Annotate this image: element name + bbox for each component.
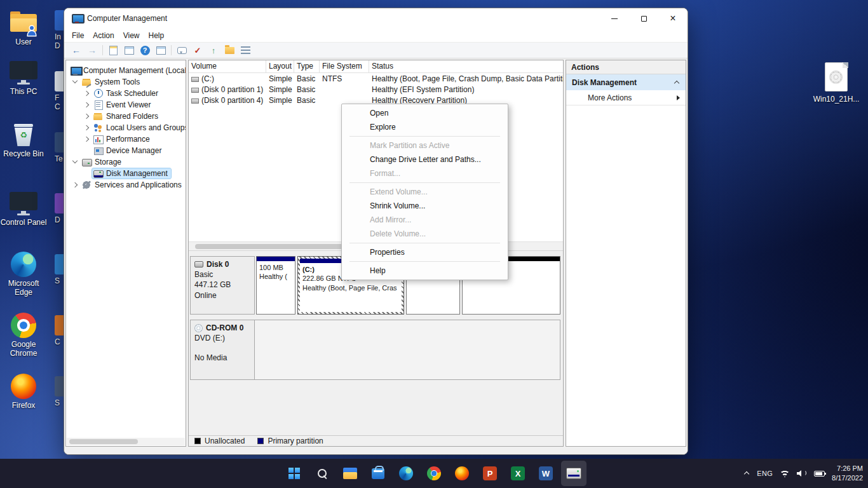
help-icon[interactable]: ? [139,44,151,56]
expand-chevron-icon[interactable] [83,90,90,97]
word-button[interactable]: W [533,461,559,486]
edge-icon [9,252,38,277]
context-menu-help[interactable]: Help [343,264,506,278]
back-icon[interactable]: ← [71,44,82,56]
tree-item-storage[interactable]: Storage [66,156,186,168]
context-menu-properties[interactable]: Properties [343,245,506,259]
task-scheduler-icon [93,89,103,98]
desktop-icon-firefox[interactable]: Firefox [0,374,47,410]
expand-chevron-icon[interactable] [72,182,78,188]
collapse-chevron-icon[interactable] [674,79,680,85]
details-view-icon[interactable] [240,44,251,56]
this-pc-icon [9,60,38,85]
scrollbar-thumb[interactable] [195,244,345,249]
minimize-button[interactable] [600,8,629,29]
expand-chevron-icon[interactable] [83,136,90,142]
tree-item-performance[interactable]: Performance [66,133,186,145]
disk-management-taskbar-button[interactable] [561,461,587,486]
tree-item-local-users-and-groups[interactable]: Local Users and Groups [66,122,186,133]
tree-item-disk-management[interactable]: Disk Management [66,168,186,179]
desktop-icon-user[interactable]: User [0,10,47,47]
check-icon[interactable]: ✓ [192,44,203,56]
context-menu-shrink-volume[interactable]: Shrink Volume... [343,199,506,213]
desktop-icon-label: Microsoft Edge [0,280,47,297]
volume-icon [191,77,199,82]
collapse-chevron-icon[interactable] [72,159,78,165]
tray-time: 7:26 PM [832,464,863,473]
close-button[interactable]: × [658,8,688,29]
context-menu-open[interactable]: Open [343,106,506,120]
microsoft-store-button[interactable] [365,461,391,486]
toolbar-separator [171,45,172,55]
menu-action[interactable]: Action [88,30,118,41]
tree-item-computer-management[interactable]: Computer Management (Local [66,65,186,76]
tree-item-shared-folders[interactable]: Shared Folders [66,111,186,122]
folder-icon[interactable] [224,44,235,56]
column-header-volume[interactable]: Volume [189,60,266,72]
maximize-button[interactable] [629,8,658,29]
hidden-icons-chevron-icon[interactable] [743,470,750,477]
console-tree-icon[interactable] [123,44,135,56]
clock[interactable]: 7:26 PM 8/17/2022 [832,464,863,483]
start-button[interactable] [281,461,307,486]
desktop-icon-this-pc[interactable]: This PC [0,60,47,97]
volume-row-partition-1[interactable]: (Disk 0 partition 1) Simple Basic Health… [189,84,563,95]
tree-item-event-viewer[interactable]: Event Viewer [66,99,186,111]
scrollbar-thumb[interactable] [69,439,138,444]
tree-item-system-tools[interactable]: System Tools [66,76,186,88]
tree-horizontal-scrollbar[interactable] [67,438,185,445]
desktop-icon-win10-iso[interactable]: Win10_21H... [818,62,854,104]
context-menu-explore[interactable]: Explore [343,120,506,134]
system-tray: ENG 7:26 PM 8/17/2022 [743,459,863,488]
cdrom-0-header[interactable]: CD-ROM 0 DVD (E:) No Media [190,320,255,380]
edge-button[interactable] [393,461,419,486]
up-arrow-icon[interactable]: ↑ [208,44,219,56]
column-header-layout[interactable]: Layout [266,60,294,72]
menu-view[interactable]: View [119,30,144,41]
desktop-icon-control-panel[interactable]: Control Panel [0,191,47,227]
computer-icon [71,66,80,75]
column-header-type[interactable]: Type [294,60,320,72]
context-menu-change-drive-letter[interactable]: Change Drive Letter and Paths... [343,152,506,166]
expand-chevron-icon[interactable] [83,125,90,131]
volume-icon[interactable] [797,470,807,477]
volume-row-c[interactable]: (C:) Simple Basic NTFS Healthy (Boot, Pa… [189,73,563,84]
menu-help[interactable]: Help [144,30,169,41]
language-indicator[interactable]: ENG [757,470,773,477]
disk-management-icon [93,169,103,178]
wifi-icon[interactable] [780,470,790,477]
tree-item-device-manager[interactable]: Device Manager [66,145,186,156]
cdrom-empty-area[interactable] [255,320,560,380]
powerpoint-button[interactable]: P [477,461,503,486]
chrome-icon [9,313,38,338]
excel-button[interactable]: X [505,461,531,486]
menu-file[interactable]: File [67,30,88,41]
tree-item-task-scheduler[interactable]: Task Scheduler [66,88,186,99]
firefox-icon [455,466,469,480]
collapse-chevron-icon[interactable] [72,79,78,85]
desktop-icon-recycle-bin[interactable]: Recycle Bin [0,122,47,159]
column-header-status[interactable]: Status [369,60,563,72]
desktop-icon-google-chrome[interactable]: Google Chrome [0,313,47,358]
disk-0-header[interactable]: Disk 0 Basic 447.12 GB Online [190,256,255,315]
chrome-button[interactable] [421,461,447,486]
search-button[interactable] [309,461,335,486]
expand-chevron-icon[interactable] [83,102,90,108]
expand-chevron-icon[interactable] [83,113,90,119]
battery-icon[interactable] [814,471,825,477]
action-pane-icon[interactable] [155,44,166,56]
desktop-icon-microsoft-edge[interactable]: Microsoft Edge [0,252,47,297]
actions-disk-management[interactable]: Disk Management [566,74,686,90]
partition-efi[interactable]: 100 MBHealthy ( [256,256,295,315]
tree-item-services-and-applications[interactable]: Services and Applications [66,179,186,191]
users-icon [93,123,103,132]
actions-more-actions[interactable]: More Actions [566,90,686,105]
titlebar[interactable]: Computer Management × [64,8,688,29]
document-icon[interactable] [107,44,119,56]
file-explorer-button[interactable] [337,461,363,486]
context-menu-format: Format... [343,166,506,180]
firefox-button[interactable] [449,461,475,486]
column-header-file-system[interactable]: File System [320,60,369,72]
forward-icon[interactable]: → [86,44,98,56]
comment-icon[interactable] [176,44,187,56]
